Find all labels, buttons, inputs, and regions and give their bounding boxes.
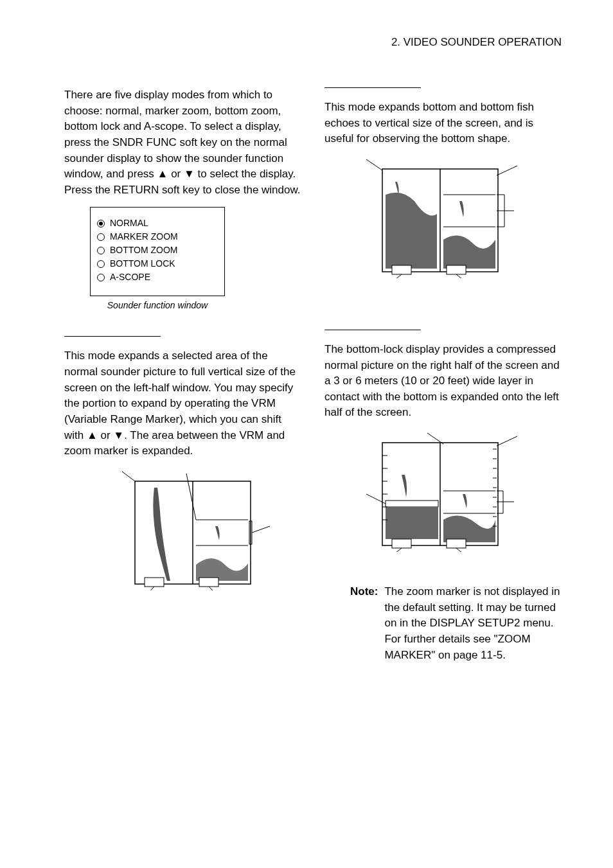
chapter-header: 2. VIDEO SOUNDER OPERATION xyxy=(64,36,562,49)
note-label: Note: xyxy=(350,584,378,663)
svg-rect-47 xyxy=(392,539,411,548)
svg-rect-16 xyxy=(392,265,411,274)
sounder-func-window: NORMAL MARKER ZOOM BOTTOM ZOOM BOTTOM LO… xyxy=(90,207,225,296)
radio-row: NORMAL xyxy=(97,217,217,230)
radio-label: BOTTOM ZOOM xyxy=(110,244,178,257)
svg-line-10 xyxy=(145,587,154,590)
radio-row: BOTTOM ZOOM xyxy=(97,244,217,257)
svg-line-9 xyxy=(186,474,196,520)
right-column: This mode expands bottom and bottom fish… xyxy=(324,87,562,663)
radio-row: MARKER ZOOM xyxy=(97,230,217,244)
intro-paragraph: There are five display modes from which … xyxy=(64,87,301,198)
two-column-layout: There are five display modes from which … xyxy=(64,87,562,663)
radio-caption: Sounder function window xyxy=(64,300,251,310)
svg-line-7 xyxy=(122,472,135,481)
svg-rect-29 xyxy=(386,507,438,539)
radio-row: A-SCOPE xyxy=(97,270,217,284)
svg-rect-5 xyxy=(145,578,164,587)
radio-icon xyxy=(97,233,105,241)
svg-line-56 xyxy=(389,548,402,552)
left-column: There are five display modes from which … xyxy=(64,87,301,663)
radio-icon xyxy=(97,260,105,268)
svg-rect-28 xyxy=(386,500,438,507)
bottom-lock-body: The bottom-lock display provides a compr… xyxy=(324,342,562,421)
bottom-zoom-diagram xyxy=(344,156,537,291)
radio-label: NORMAL xyxy=(110,217,148,230)
svg-line-8 xyxy=(252,526,270,533)
radio-icon xyxy=(97,274,105,281)
radio-row: BOTTOM LOCK xyxy=(97,257,217,270)
radio-label: A-SCOPE xyxy=(110,270,150,284)
marker-zoom-body: This mode expands a selected area of the… xyxy=(64,348,301,459)
svg-line-50 xyxy=(497,436,517,446)
radio-icon xyxy=(97,220,105,227)
svg-line-18 xyxy=(366,159,382,170)
radio-icon xyxy=(97,247,105,254)
svg-rect-6 xyxy=(199,578,218,587)
svg-line-25 xyxy=(456,274,469,278)
svg-rect-48 xyxy=(447,539,466,548)
marker-zoom-diagram xyxy=(96,468,289,603)
radio-label: MARKER ZOOM xyxy=(110,230,178,244)
svg-line-24 xyxy=(389,274,402,278)
section-rule xyxy=(64,336,161,337)
bottom-zoom-body: This mode expands bottom and bottom fish… xyxy=(324,100,562,147)
svg-line-57 xyxy=(456,548,469,552)
svg-rect-17 xyxy=(447,265,466,274)
note-block: Note: The zoom marker is not displayed i… xyxy=(350,584,562,663)
section-rule xyxy=(324,330,421,330)
radio-label: BOTTOM LOCK xyxy=(110,257,175,270)
note-body: The zoom marker is not displayed in the … xyxy=(384,584,562,663)
svg-line-19 xyxy=(497,166,517,175)
svg-line-11 xyxy=(209,587,218,590)
section-rule xyxy=(324,87,421,88)
bottom-lock-diagram xyxy=(344,430,537,565)
